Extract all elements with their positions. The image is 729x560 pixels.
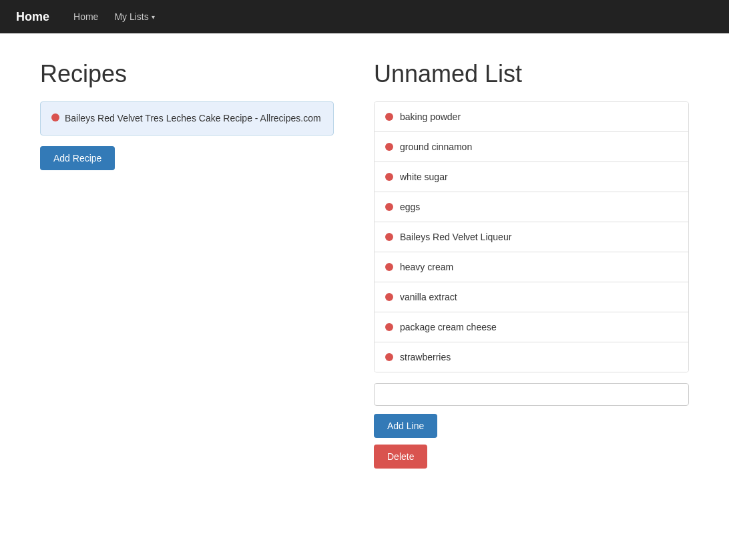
item-dot-icon — [385, 173, 393, 181]
item-dot-icon — [385, 143, 393, 151]
list-item: white sugar — [375, 162, 688, 192]
add-line-button[interactable]: Add Line — [374, 414, 437, 438]
navbar: Home Home My Lists ▾ — [0, 0, 729, 33]
delete-button[interactable]: Delete — [374, 445, 427, 469]
recipe-card: Baileys Red Velvet Tres Leches Cake Reci… — [40, 101, 334, 135]
item-text: vanilla extract — [400, 292, 457, 302]
item-dot-icon — [385, 203, 393, 211]
list-section: Unnamed List baking powderground cinnamo… — [374, 60, 689, 469]
item-dot-icon — [385, 293, 393, 301]
list-item: baking powder — [375, 102, 688, 132]
item-text: strawberries — [400, 352, 451, 362]
item-dot-icon — [385, 233, 393, 241]
recipe-list: Baileys Red Velvet Tres Leches Cake Reci… — [40, 101, 334, 135]
recipe-dot-icon — [51, 113, 59, 121]
chevron-down-icon: ▾ — [152, 13, 155, 21]
item-text: package cream cheese — [400, 322, 497, 332]
item-text: heavy cream — [400, 262, 453, 272]
navbar-item-home[interactable]: Home — [65, 0, 106, 33]
add-line-input[interactable] — [374, 383, 689, 406]
list-title: Unnamed List — [374, 60, 689, 88]
item-dot-icon — [385, 323, 393, 331]
list-item: heavy cream — [375, 252, 688, 282]
navbar-brand[interactable]: Home — [11, 10, 55, 24]
item-dot-icon — [385, 263, 393, 271]
list-item: strawberries — [375, 342, 688, 372]
list-item: vanilla extract — [375, 282, 688, 312]
add-recipe-button[interactable]: Add Recipe — [40, 146, 115, 170]
list-item: ground cinnamon — [375, 132, 688, 162]
recipes-section: Recipes Baileys Red Velvet Tres Leches C… — [40, 60, 334, 469]
item-text: eggs — [400, 202, 420, 212]
main-content: Recipes Baileys Red Velvet Tres Leches C… — [0, 33, 729, 495]
navbar-mylists-label: My Lists — [114, 11, 148, 22]
list-item: Baileys Red Velvet Liqueur — [375, 222, 688, 252]
item-text: Baileys Red Velvet Liqueur — [400, 232, 511, 242]
item-text: ground cinnamon — [400, 142, 472, 152]
navbar-item-mylists[interactable]: My Lists ▾ — [106, 0, 162, 33]
item-text: white sugar — [400, 172, 448, 182]
recipes-title: Recipes — [40, 60, 334, 88]
recipe-text: Baileys Red Velvet Tres Leches Cake Reci… — [65, 111, 321, 125]
item-dot-icon — [385, 113, 393, 121]
item-text: baking powder — [400, 111, 461, 122]
item-dot-icon — [385, 353, 393, 361]
list-item: package cream cheese — [375, 312, 688, 342]
list-item: eggs — [375, 192, 688, 222]
list-items-container: baking powderground cinnamonwhite sugare… — [374, 101, 689, 372]
